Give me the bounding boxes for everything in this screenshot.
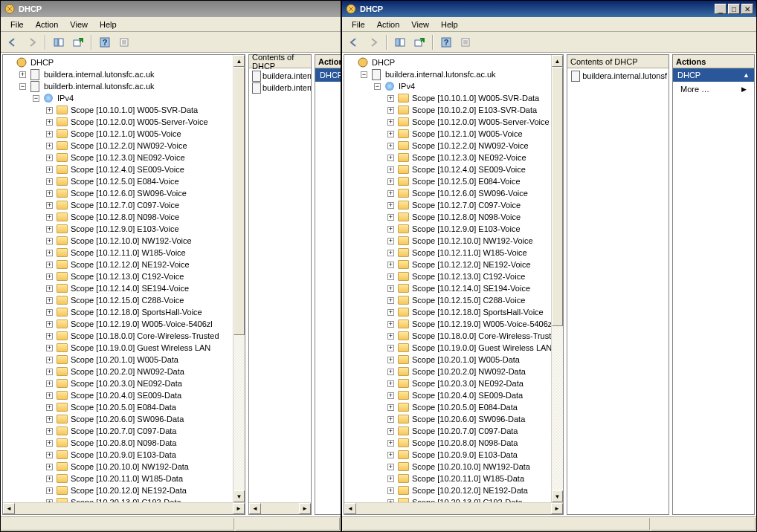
- close-button[interactable]: ✕: [741, 4, 753, 14]
- tree-scope[interactable]: + Scope [10.20.7.0] C097-Data: [3, 425, 245, 437]
- expander-icon[interactable]: +: [387, 476, 394, 482]
- expander-icon[interactable]: +: [387, 285, 394, 292]
- expander-icon[interactable]: +: [46, 166, 53, 173]
- expander-icon[interactable]: +: [46, 143, 53, 149]
- tree[interactable]: DHCP − buildera.internal.lutonsfc.ac.uk …: [344, 55, 563, 502]
- maximize-button[interactable]: □: [728, 4, 740, 14]
- expander-icon[interactable]: −: [33, 95, 39, 102]
- tree-scope[interactable]: + Scope [10.10.1.0] W005-SVR-Data: [3, 104, 245, 116]
- expander-icon[interactable]: +: [387, 392, 394, 399]
- list-body[interactable]: buildera.internal.lutonsf: [567, 68, 669, 83]
- expander-icon[interactable]: −: [374, 83, 381, 90]
- tree-server[interactable]: − buildera.internal.lutonsfc.ac.uk: [344, 68, 563, 80]
- export-list-button[interactable]: [410, 34, 428, 51]
- expander-icon[interactable]: +: [46, 214, 53, 221]
- expander-icon[interactable]: +: [46, 404, 53, 411]
- properties-button[interactable]: [457, 34, 474, 51]
- expander-icon[interactable]: +: [387, 380, 394, 387]
- expander-icon[interactable]: +: [387, 95, 394, 102]
- list-header[interactable]: Contents of DHCP: [567, 55, 669, 68]
- expander-icon[interactable]: +: [387, 452, 394, 458]
- tree-scope[interactable]: + Scope [10.20.1.0] W005-Data: [344, 354, 563, 366]
- expander-icon[interactable]: +: [387, 369, 394, 375]
- scroll-left-icon[interactable]: ◄: [344, 503, 356, 514]
- tree-scope[interactable]: + Scope [10.20.4.0] SE009-Data: [344, 389, 563, 401]
- tree-scope[interactable]: + Scope [10.20.2.0] NW092-Data: [3, 366, 245, 377]
- tree-scope[interactable]: + Scope [10.12.5.0] E084-Voice: [3, 175, 245, 187]
- expander-icon[interactable]: +: [387, 190, 394, 197]
- properties-button[interactable]: [115, 34, 133, 51]
- menu-view[interactable]: View: [406, 19, 434, 30]
- tree-scope[interactable]: + Scope [10.20.9.0] E103-Data: [3, 449, 245, 461]
- tree-scope[interactable]: + Scope [10.12.8.0] N098-Voice: [3, 211, 245, 223]
- expander-icon[interactable]: +: [387, 416, 394, 423]
- scroll-thumb[interactable]: [552, 67, 563, 326]
- expander-icon[interactable]: +: [387, 143, 394, 149]
- show-hide-tree-button[interactable]: [50, 34, 68, 51]
- menu-view[interactable]: View: [65, 19, 93, 30]
- scroll-right-icon[interactable]: ►: [299, 503, 311, 514]
- tree-scope[interactable]: + Scope [10.20.9.0] E103-Data: [344, 449, 563, 461]
- expander-icon[interactable]: +: [46, 392, 53, 399]
- tree-scope[interactable]: + Scope [10.12.10.0] NW192-Voice: [344, 235, 563, 247]
- tree-scope[interactable]: + Scope [10.12.12.0] NE192-Voice: [3, 259, 245, 270]
- tree-ipv4[interactable]: − IPv4: [3, 92, 245, 104]
- expander-icon[interactable]: +: [387, 131, 394, 137]
- tree-scope[interactable]: + Scope [10.20.7.0] C097-Data: [344, 425, 563, 437]
- horizontal-scrollbar[interactable]: ◄ ►: [249, 502, 311, 514]
- expander-icon[interactable]: +: [387, 487, 394, 494]
- expander-icon[interactable]: −: [19, 83, 26, 90]
- expander-icon[interactable]: +: [387, 309, 394, 316]
- expander-icon[interactable]: +: [46, 273, 53, 280]
- tree-scope[interactable]: + Scope [10.12.7.0] C097-Voice: [3, 199, 245, 211]
- expander-icon[interactable]: +: [387, 357, 394, 363]
- tree-scope[interactable]: + Scope [10.20.2.0] NW092-Data: [344, 366, 563, 377]
- scroll-left-icon[interactable]: ◄: [3, 503, 15, 514]
- expander-icon[interactable]: +: [387, 321, 394, 328]
- back-button[interactable]: [4, 34, 22, 51]
- list-item[interactable]: buildera.internal.lutonsf: [569, 70, 667, 82]
- tree-scope[interactable]: + Scope [10.19.0.0] Guest Wireless LAN: [3, 342, 245, 354]
- tree-scope[interactable]: + Scope [10.12.7.0] C097-Voice: [344, 199, 563, 211]
- expander-icon[interactable]: +: [387, 440, 394, 447]
- menu-help[interactable]: Help: [436, 19, 463, 30]
- expander-icon[interactable]: +: [46, 321, 53, 328]
- expander-icon[interactable]: +: [46, 119, 53, 126]
- tree-scope[interactable]: + Scope [10.20.13.0] C192-Data: [344, 496, 563, 502]
- tree-scope[interactable]: + Scope [10.12.6.0] SW096-Voice: [344, 187, 563, 199]
- menu-file[interactable]: File: [5, 19, 29, 30]
- tree-scope[interactable]: + Scope [10.12.9.0] E103-Voice: [344, 223, 563, 235]
- tree-scope[interactable]: + Scope [10.12.0.0] W005-Server-Voice: [344, 116, 563, 128]
- vertical-scrollbar[interactable]: ▲ ▼: [551, 55, 563, 502]
- expander-icon[interactable]: +: [387, 345, 394, 351]
- expander-icon[interactable]: +: [387, 119, 394, 126]
- tree-scope[interactable]: + Scope [10.20.6.0] SW096-Data: [344, 413, 563, 425]
- expander-icon[interactable]: +: [46, 476, 53, 482]
- scroll-left-icon[interactable]: ◄: [249, 503, 261, 514]
- tree-scope[interactable]: + Scope [10.12.3.0] NE092-Voice: [3, 152, 245, 163]
- tree-scope[interactable]: + Scope [10.20.12.0] NE192-Data: [344, 484, 563, 496]
- expander-icon[interactable]: −: [361, 71, 367, 78]
- scroll-down-icon[interactable]: ▼: [233, 490, 245, 502]
- expander-icon[interactable]: +: [46, 440, 53, 447]
- tree-scope[interactable]: + Scope [10.19.0.0] Guest Wireless LAN: [344, 342, 563, 354]
- expander-icon[interactable]: +: [46, 107, 53, 114]
- help-button[interactable]: ?: [437, 34, 455, 51]
- expander-icon[interactable]: +: [46, 131, 53, 137]
- tree-scope[interactable]: + Scope [10.20.5.0] E084-Data: [344, 401, 563, 413]
- expander-icon[interactable]: +: [387, 107, 394, 114]
- expander-icon[interactable]: +: [387, 297, 394, 304]
- vertical-scrollbar[interactable]: ▲ ▼: [233, 55, 245, 502]
- minimize-button[interactable]: _: [715, 4, 727, 14]
- expander-icon[interactable]: +: [46, 250, 53, 256]
- expander-icon[interactable]: +: [387, 155, 394, 161]
- actions-group-header[interactable]: DHCP ▲: [673, 68, 754, 82]
- expander-icon[interactable]: +: [387, 226, 394, 233]
- menu-help[interactable]: Help: [94, 19, 122, 30]
- tree-scope[interactable]: + Scope [10.10.2.0] E103-SVR-Data: [344, 104, 563, 116]
- tree-scope[interactable]: + Scope [10.12.19.0] W005-Voice-5406zl: [344, 318, 563, 330]
- expander-icon[interactable]: +: [46, 238, 53, 244]
- tree-root[interactable]: DHCP: [3, 56, 245, 68]
- tree-scope[interactable]: + Scope [10.12.8.0] N098-Voice: [344, 211, 563, 223]
- scroll-track[interactable]: [233, 335, 245, 490]
